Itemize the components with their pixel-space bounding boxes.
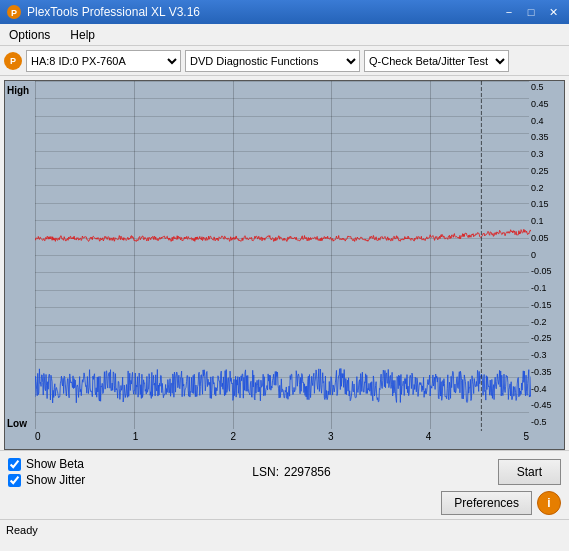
axis-4: 0.3	[531, 150, 562, 159]
axis-1: 0.45	[531, 100, 562, 109]
menu-help[interactable]: Help	[65, 26, 100, 44]
show-beta-checkbox[interactable]	[8, 458, 21, 471]
function-select[interactable]: DVD Diagnostic Functions	[185, 50, 360, 72]
menu-bar: Options Help	[0, 24, 569, 46]
app-icon: P	[6, 4, 22, 20]
x-4: 4	[426, 431, 432, 442]
toolbar: P HA:8 ID:0 PX-760A DVD Diagnostic Funct…	[0, 46, 569, 76]
axis-13: -0.15	[531, 301, 562, 310]
lsn-label: LSN:	[252, 465, 279, 479]
show-beta-row: Show Beta	[8, 457, 85, 471]
info-button[interactable]: i	[537, 491, 561, 515]
chart-canvas	[35, 81, 531, 431]
axis-19: -0.45	[531, 401, 562, 410]
axis-2: 0.4	[531, 117, 562, 126]
axis-8: 0.1	[531, 217, 562, 226]
bottom-panel: Show Beta Show Jitter LSN: 2297856 Start…	[0, 450, 569, 519]
bottom-row2: Preferences i	[8, 491, 561, 515]
axis-20: -0.5	[531, 418, 562, 427]
axis-9: 0.05	[531, 234, 562, 243]
axis-10: 0	[531, 251, 562, 260]
axis-15: -0.25	[531, 334, 562, 343]
title-bar: P PlexTools Professional XL V3.16 − □ ✕	[0, 0, 569, 24]
status-bar: Ready	[0, 519, 569, 539]
axis-7: 0.15	[531, 200, 562, 209]
minimize-button[interactable]: −	[499, 4, 519, 20]
chart-area: High Low 0.5 0.45 0.4 0.35 0.3 0.25 0.2 …	[4, 80, 565, 450]
show-jitter-row: Show Jitter	[8, 473, 85, 487]
axis-18: -0.4	[531, 385, 562, 394]
status-text: Ready	[6, 524, 38, 536]
x-5: 5	[523, 431, 529, 442]
preferences-button[interactable]: Preferences	[441, 491, 532, 515]
axis-3: 0.35	[531, 133, 562, 142]
test-select[interactable]: Q-Check Beta/Jitter Test	[364, 50, 509, 72]
x-1: 1	[133, 431, 139, 442]
title-bar-left: P PlexTools Professional XL V3.16	[6, 4, 200, 20]
svg-text:P: P	[11, 8, 17, 18]
y-axis-low-label: Low	[7, 418, 27, 429]
axis-17: -0.35	[531, 368, 562, 377]
show-jitter-label: Show Jitter	[26, 473, 85, 487]
x-axis: 0 1 2 3 4 5	[35, 429, 529, 449]
x-3: 3	[328, 431, 334, 442]
lsn-value: 2297856	[284, 465, 331, 479]
window-controls: − □ ✕	[499, 4, 563, 20]
menu-options[interactable]: Options	[4, 26, 55, 44]
right-axis: 0.5 0.45 0.4 0.35 0.3 0.25 0.2 0.15 0.1 …	[529, 81, 564, 429]
x-0: 0	[35, 431, 41, 442]
lsn-area: LSN: 2297856	[252, 465, 330, 479]
y-axis-high-label: High	[7, 85, 29, 96]
axis-14: -0.2	[531, 318, 562, 327]
bottom-row1: Show Beta Show Jitter LSN: 2297856 Start	[8, 457, 561, 487]
show-beta-label: Show Beta	[26, 457, 84, 471]
axis-5: 0.25	[531, 167, 562, 176]
close-button[interactable]: ✕	[543, 4, 563, 20]
drive-icon: P	[4, 52, 22, 70]
checkboxes: Show Beta Show Jitter	[8, 457, 85, 487]
axis-6: 0.2	[531, 184, 562, 193]
x-2: 2	[230, 431, 236, 442]
show-jitter-checkbox[interactable]	[8, 474, 21, 487]
start-button[interactable]: Start	[498, 459, 561, 485]
axis-16: -0.3	[531, 351, 562, 360]
drive-select[interactable]: HA:8 ID:0 PX-760A	[26, 50, 181, 72]
axis-11: -0.05	[531, 267, 562, 276]
axis-0: 0.5	[531, 83, 562, 92]
axis-12: -0.1	[531, 284, 562, 293]
maximize-button[interactable]: □	[521, 4, 541, 20]
window-title: PlexTools Professional XL V3.16	[27, 5, 200, 19]
